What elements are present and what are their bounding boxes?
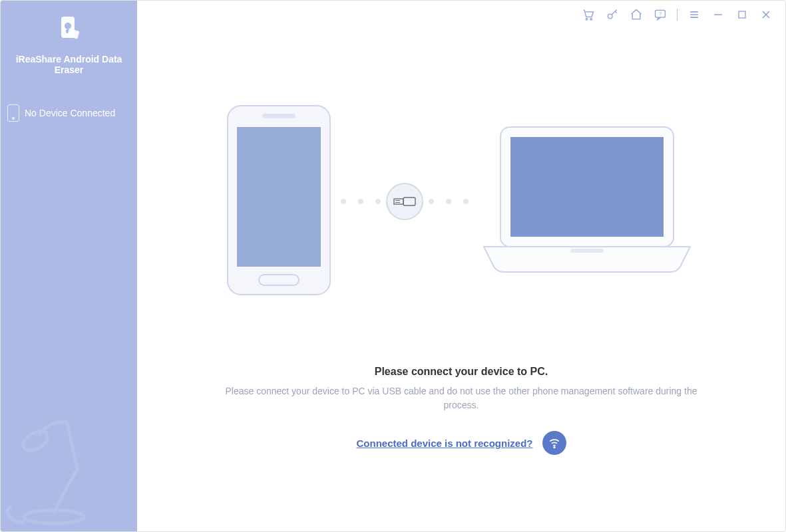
phone-illustration-icon — [222, 100, 335, 303]
menu-icon[interactable] — [687, 7, 701, 22]
sidebar-item-label: No Device Connected — [25, 108, 115, 118]
sidebar: iReaShare Android Data Eraser No Device … — [1, 1, 137, 531]
maximize-icon[interactable] — [735, 7, 749, 22]
laptop-illustration-icon — [474, 114, 700, 289]
not-recognized-link[interactable]: Connected device is not recognized? — [356, 438, 532, 449]
connect-illustration — [168, 100, 754, 303]
desk-lamp-decoration-icon — [1, 416, 120, 531]
wifi-button[interactable] — [542, 431, 566, 455]
brand-logo-icon — [55, 14, 84, 46]
connection-dots-left — [341, 199, 381, 204]
dot-icon — [341, 199, 346, 204]
svg-point-9 — [590, 18, 592, 19]
sidebar-item-no-device[interactable]: No Device Connected — [1, 100, 137, 126]
svg-point-4 — [20, 428, 51, 455]
svg-rect-30 — [570, 249, 604, 253]
dot-icon — [463, 199, 469, 204]
svg-rect-29 — [510, 137, 664, 237]
svg-rect-22 — [262, 114, 295, 118]
titlebar-divider — [677, 9, 678, 21]
svg-text:?: ? — [659, 11, 662, 17]
usb-plug-icon — [386, 183, 423, 220]
help-row: Connected device is not recognized? — [137, 431, 785, 455]
dot-icon — [375, 199, 381, 204]
svg-rect-25 — [403, 198, 415, 205]
titlebar: ? — [581, 7, 773, 22]
main-panel: ? — [137, 1, 785, 531]
svg-line-6 — [54, 469, 77, 512]
svg-line-5 — [67, 424, 77, 469]
home-icon[interactable] — [629, 7, 644, 22]
wifi-icon — [548, 436, 561, 450]
key-icon[interactable] — [605, 7, 620, 22]
svg-point-10 — [608, 14, 612, 19]
close-icon[interactable] — [759, 7, 773, 22]
feedback-icon[interactable]: ? — [653, 7, 668, 22]
svg-point-31 — [554, 447, 555, 448]
svg-point-8 — [586, 18, 588, 19]
instruction-texts: Please connect your device to PC. Please… — [137, 366, 785, 455]
connect-content: Please connect your device to PC. Please… — [137, 100, 785, 455]
connect-subline: Please connect your device to PC via USB… — [208, 384, 714, 412]
brand-block: iReaShare Android Data Eraser — [1, 1, 137, 82]
dot-icon — [429, 199, 434, 204]
brand-title: iReaShare Android Data Eraser — [3, 54, 134, 75]
svg-rect-17 — [739, 11, 745, 18]
phone-outline-icon — [7, 104, 19, 122]
dot-icon — [358, 199, 363, 204]
svg-point-1 — [65, 23, 71, 29]
connect-headline: Please connect your device to PC. — [137, 366, 785, 378]
svg-rect-24 — [394, 199, 403, 204]
minimize-icon[interactable] — [711, 7, 725, 22]
dot-icon — [446, 199, 451, 204]
cart-icon[interactable] — [581, 7, 596, 22]
connection-dots-right — [429, 199, 469, 204]
svg-rect-21 — [237, 127, 321, 267]
